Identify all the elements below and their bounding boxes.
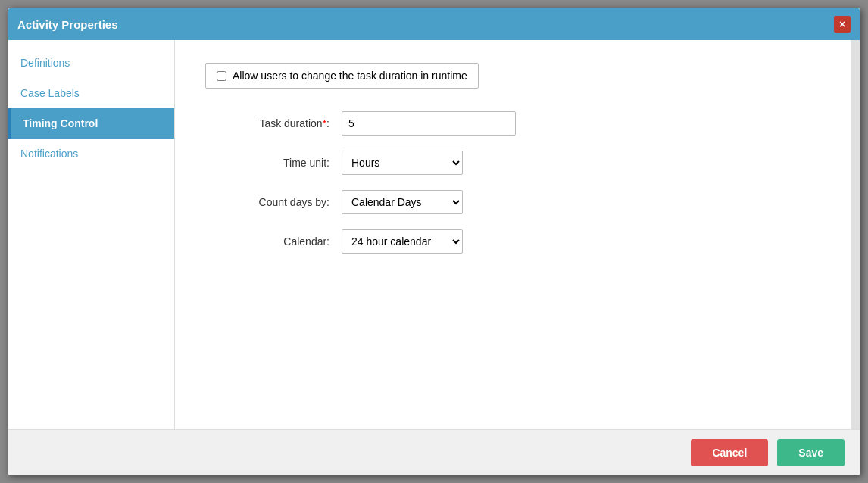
- main-content: Allow users to change the task duration …: [175, 40, 851, 429]
- sidebar-item-case-labels[interactable]: Case Labels: [8, 78, 174, 108]
- title-bar: Activity Properties ×: [8, 8, 860, 40]
- cancel-button[interactable]: Cancel: [691, 439, 768, 466]
- footer: Cancel Save: [8, 429, 860, 475]
- dialog-body: Definitions Case Labels Timing Control N…: [8, 40, 860, 429]
- count-days-select[interactable]: Calendar Days Business Days: [342, 190, 463, 214]
- checkbox-text: Allow users to change the task duration …: [233, 70, 467, 82]
- scrollbar-track[interactable]: [851, 40, 860, 429]
- time-unit-label: Time unit:: [205, 157, 342, 169]
- activity-properties-dialog: Activity Properties × Definitions Case L…: [8, 8, 860, 475]
- dialog-title: Activity Properties: [17, 18, 118, 31]
- sidebar-item-definitions[interactable]: Definitions: [8, 48, 174, 78]
- calendar-select[interactable]: 24 hour calendar Business hours: [342, 229, 463, 254]
- required-marker: *: [323, 117, 326, 129]
- count-days-label: Count days by:: [205, 196, 342, 208]
- sidebar-item-notifications[interactable]: Notifications: [8, 139, 174, 169]
- time-unit-select[interactable]: Hours Minutes Days Weeks: [342, 151, 463, 175]
- task-duration-row: Task duration*:: [205, 111, 820, 136]
- task-duration-input[interactable]: [342, 111, 516, 136]
- save-button[interactable]: Save: [777, 439, 845, 466]
- checkbox-row: Allow users to change the task duration …: [205, 63, 820, 89]
- sidebar: Definitions Case Labels Timing Control N…: [8, 40, 175, 429]
- task-duration-label: Task duration*:: [205, 117, 342, 129]
- close-button[interactable]: ×: [834, 16, 851, 33]
- sidebar-item-timing-control[interactable]: Timing Control: [8, 108, 174, 139]
- calendar-row: Calendar: 24 hour calendar Business hour…: [205, 229, 820, 254]
- allow-runtime-change-label[interactable]: Allow users to change the task duration …: [205, 63, 479, 89]
- calendar-label: Calendar:: [205, 235, 342, 248]
- count-days-row: Count days by: Calendar Days Business Da…: [205, 190, 820, 214]
- time-unit-row: Time unit: Hours Minutes Days Weeks: [205, 151, 820, 175]
- allow-runtime-change-checkbox[interactable]: [217, 71, 226, 81]
